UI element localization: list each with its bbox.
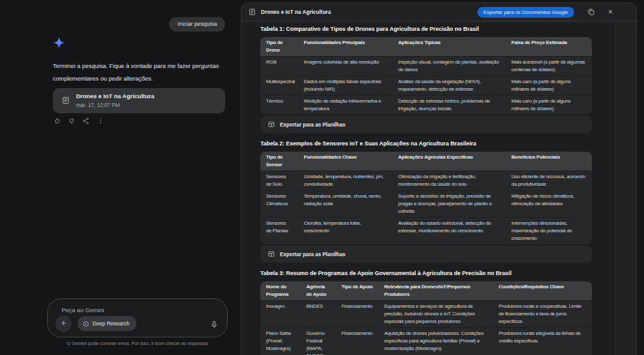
deep-research-label: Deep Research bbox=[92, 320, 130, 327]
mic-icon[interactable] bbox=[210, 320, 218, 329]
table-header-row: Nome do ProgramaAgência de ApoioTipo de … bbox=[260, 281, 592, 300]
export-to-sheets-label: Exportar para as Planilhas bbox=[280, 121, 345, 128]
table-cell: Sensores de Solo bbox=[260, 171, 298, 190]
start-research-button[interactable]: Iniciar pesquisa bbox=[169, 17, 225, 31]
panel-header: Drones e IoT na Agricultura Exportar par… bbox=[242, 3, 636, 21]
chat-column: Iniciar pesquisa Terminei a pesquisa. Fi… bbox=[0, 0, 241, 355]
table-header-cell: Funcionalidades Chave bbox=[298, 152, 392, 171]
thumbs-down-icon[interactable] bbox=[68, 117, 75, 125]
table-header-cell: Faixa de Preço Estimada bbox=[506, 37, 592, 56]
doc-sections: Tabela 1: Comparativo de Tipos de Drones… bbox=[260, 26, 615, 355]
assistant-message-line: complememtares ou pedir alterações. bbox=[53, 72, 232, 85]
doc-card-timestamp: mar. 17, 12:07 PM bbox=[76, 102, 119, 108]
table-row: Sensores ClimáticosTemperatura, umidade,… bbox=[260, 190, 592, 217]
table-cell: Multiespectral bbox=[260, 76, 298, 95]
table-cell: Avaliação do estado nutricional, detecçã… bbox=[392, 218, 506, 244]
more-vert-icon[interactable] bbox=[97, 117, 104, 125]
table-cell: Financiamento bbox=[336, 328, 379, 355]
table-cell: Imagens coloridas de alta resolução bbox=[298, 57, 392, 76]
close-icon[interactable]: × bbox=[608, 8, 613, 16]
table-cell: Financiamento bbox=[336, 301, 379, 327]
table-cell: Análise da saúde da vegetação (NDVI), ma… bbox=[392, 76, 506, 95]
table-cell: Mais caro (a partir de alguns milhares d… bbox=[506, 76, 592, 95]
export-to-sheets-button[interactable]: Exportar para as Planilhas bbox=[260, 116, 592, 133]
table-cell: Suporte a decisões de irrigação, previsã… bbox=[392, 191, 506, 217]
table-cell: Mais acessível (a partir de algumas cent… bbox=[506, 57, 592, 76]
table-cell: Térmico bbox=[260, 96, 298, 115]
plus-button[interactable]: + bbox=[55, 315, 72, 332]
copy-icon[interactable] bbox=[587, 8, 595, 16]
table-row: TérmicoMedição de radiação infravermelha… bbox=[260, 95, 592, 115]
table-cell: Temperatura, umidade, chuva, vento, radi… bbox=[298, 191, 392, 217]
message-actions bbox=[53, 117, 104, 125]
thumbs-up-icon[interactable] bbox=[53, 117, 61, 125]
document-icon bbox=[62, 96, 70, 104]
share-icon[interactable] bbox=[82, 117, 90, 125]
export-to-docs-button[interactable]: Exportar para os Documentos Google bbox=[477, 7, 574, 18]
research-doc-card[interactable]: Drones e IoT na Agricultura mar. 17, 12:… bbox=[53, 88, 225, 113]
table-section: Tabela 1: Comparativo de Tipos de Drones… bbox=[260, 26, 592, 133]
table-row: InovagroBNDESFinanciamentoEquipamentos e… bbox=[260, 300, 592, 327]
table-row: Sensores de SoloUmidade, temperatura, nu… bbox=[260, 171, 592, 190]
table-cell: Clorofila, temperatura foliar, crescimen… bbox=[298, 218, 392, 244]
table-header-cell: Tipo de Sensor bbox=[260, 152, 298, 171]
table-cell: Sensores Climáticos bbox=[260, 191, 298, 217]
sheets-table-icon bbox=[268, 121, 275, 128]
export-to-sheets-button[interactable]: Exportar para as Planilhas bbox=[260, 245, 592, 262]
table-cell: Umidade, temperatura, nutrientes, pH, co… bbox=[298, 171, 392, 190]
table-header-cell: Relevância para Drones/IoT/Pequenos Prod… bbox=[379, 281, 493, 300]
table-caption: Tabela 3: Resumo de Programas de Apoio G… bbox=[260, 270, 592, 277]
prompt-placeholder: Peça ao Gemini bbox=[62, 307, 104, 313]
table-cell: Sensores de Plantas bbox=[260, 218, 298, 244]
table-row: Sensores de PlantasClorofila, temperatur… bbox=[260, 217, 592, 244]
table-cell: Inovagro bbox=[260, 301, 301, 327]
table-cell: Uso eficiente de recursos, aumento da pr… bbox=[506, 171, 592, 190]
data-table: Tipo de DroneFuncionalidades PrincipaisA… bbox=[260, 37, 592, 115]
table-cell: RGB bbox=[260, 57, 298, 76]
data-table: Tipo de SensorFuncionalidades ChaveAplic… bbox=[260, 152, 592, 244]
table-header-cell: Tipo de Drone bbox=[260, 37, 298, 56]
assistant-message: Terminei a pesquisa. Fique à vontade par… bbox=[53, 60, 232, 85]
table-header-row: Tipo de DroneFuncionalidades PrincipaisA… bbox=[260, 37, 592, 56]
panel-title: Drones e IoT na Agricultura bbox=[261, 9, 472, 15]
table-header-row: Tipo de SensorFuncionalidades ChaveAplic… bbox=[260, 152, 592, 171]
table-cell: Dados em múltiplas faixas espectrais (in… bbox=[298, 76, 392, 95]
deep-research-chip[interactable]: Deep Research bbox=[77, 316, 136, 331]
deep-research-icon bbox=[82, 320, 89, 327]
table-cell: Mitigação de riscos climáticos, otimizaç… bbox=[506, 191, 592, 217]
table-cell: Produtores rurais e cooperativas. Limite… bbox=[493, 301, 592, 327]
table-cell: Intervenções direcionadas, maximização d… bbox=[506, 218, 592, 244]
table-header-cell: Benefícios Potenciais bbox=[506, 152, 592, 171]
research-report-panel: Drones e IoT na Agricultura Exportar par… bbox=[241, 3, 637, 355]
table-header-cell: Agência de Apoio bbox=[301, 281, 336, 300]
table-row: RGBImagens coloridas de alta resoluçãoIn… bbox=[260, 56, 592, 76]
report-content[interactable]: Tabela 1: Comparativo de Tipos de Drones… bbox=[242, 21, 616, 355]
table-caption: Tabela 2: Exemplos de Sensores IoT e Sua… bbox=[260, 140, 592, 147]
table-cell: Governo Federal (MAPA, BNDES) bbox=[301, 328, 336, 355]
assistant-message-line: Terminei a pesquisa. Fique à vontade par… bbox=[53, 60, 232, 72]
data-table: Nome do ProgramaAgência de ApoioTipo de … bbox=[260, 281, 592, 355]
export-to-sheets-label: Exportar para as Planilhas bbox=[280, 251, 345, 257]
table-cell: Medição de radiação infravermelha e temp… bbox=[298, 96, 392, 115]
table-cell: Plano Safra (Pronaf, Moderagro) bbox=[260, 328, 301, 355]
table-header-cell: Funcionalidades Principais bbox=[298, 37, 392, 56]
table-row: Plano Safra (Pronaf, Moderagro)Governo F… bbox=[260, 327, 592, 355]
table-cell: Inspeção visual, contagem de plantas, av… bbox=[392, 57, 506, 76]
table-cell: Detecção de estresse hídrico, problemas … bbox=[392, 96, 506, 115]
table-header-cell: Aplicações Típicas bbox=[392, 37, 506, 56]
doc-card-title: Drones e IoT na Agricultura bbox=[76, 93, 154, 99]
table-row: MultiespectralDados em múltiplas faixas … bbox=[260, 76, 592, 95]
table-caption: Tabela 1: Comparativo de Tipos de Drones… bbox=[260, 26, 592, 33]
table-cell: Otimização da irrigação e fertilização, … bbox=[392, 171, 506, 190]
gemini-sparkle-icon bbox=[53, 37, 65, 49]
table-header-cell: Nome do Programa bbox=[260, 281, 301, 300]
prompt-input[interactable]: Peça ao Gemini + Deep Research bbox=[47, 298, 228, 337]
document-icon bbox=[248, 8, 256, 16]
table-cell: Mais caro (a partir de alguns milhares d… bbox=[506, 96, 592, 115]
table-header-cell: Tipo de Apoio bbox=[336, 281, 379, 300]
sheets-table-icon bbox=[268, 251, 275, 257]
gemini-disclaimer: O Gemini pode cometer erros. Por isso, é… bbox=[47, 341, 228, 346]
table-cell: Aquisição de drones pulverizadores. Cond… bbox=[379, 328, 493, 355]
table-header-cell: Condições/Requisitos Chave bbox=[493, 281, 592, 300]
table-section: Tabela 2: Exemplos de Sensores IoT e Sua… bbox=[260, 140, 592, 262]
